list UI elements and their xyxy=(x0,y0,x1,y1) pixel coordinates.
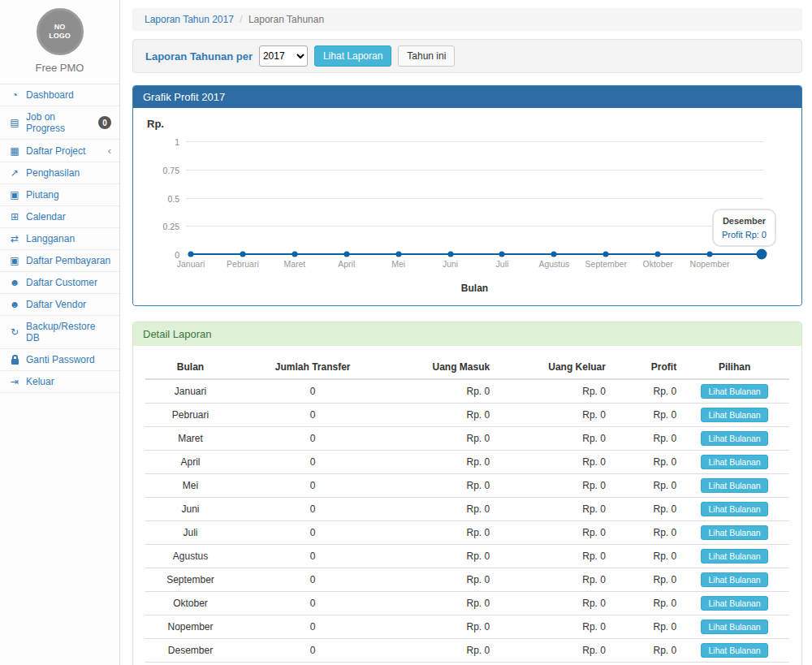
cell-jumlah-transfer: 0 xyxy=(235,639,390,663)
sidebar-item-daftar-customer[interactable]: ☻Daftar Customer xyxy=(0,272,119,294)
chart-y-tick: 0 xyxy=(147,250,179,260)
column-header-uang-keluar: Uang Keluar xyxy=(493,356,609,379)
sidebar-item-label: Backup/Restore DB xyxy=(26,321,111,343)
cell-jumlah-transfer: 0 xyxy=(235,592,390,615)
chart-y-tick: 0.5 xyxy=(147,194,179,204)
users-icon: ☻ xyxy=(8,299,21,310)
year-select[interactable]: 2017 xyxy=(259,45,308,67)
lihat-bulanan-button[interactable]: Lihat Bulanan xyxy=(701,408,767,422)
detail-laporan-body: BulanJumlah TransferUang MasukUang Kelua… xyxy=(133,346,801,665)
chart-x-axis-title: Bulan xyxy=(186,283,763,294)
lihat-bulanan-button[interactable]: Lihat Bulanan xyxy=(701,384,767,399)
logo-text-line2: LOGO xyxy=(49,32,71,41)
cell-uang-masuk: Rp. 0 xyxy=(390,498,493,521)
sidebar-item-keluar[interactable]: ⇥Keluar xyxy=(0,371,119,393)
chart-x-tick: Oktober xyxy=(642,259,672,269)
cell-profit: Rp. 0 xyxy=(609,498,680,521)
money-icon: ▣ xyxy=(8,189,21,201)
data-point-maret[interactable] xyxy=(292,252,297,257)
refresh-icon: ↻ xyxy=(8,326,21,338)
sidebar-item-daftar-project[interactable]: ▦Daftar Project‹ xyxy=(0,140,119,162)
lihat-bulanan-button[interactable]: Lihat Bulanan xyxy=(701,643,767,658)
lihat-bulanan-button[interactable]: Lihat Bulanan xyxy=(701,596,767,611)
tahun-ini-button[interactable]: Tahun ini xyxy=(398,45,455,67)
lihat-bulanan-button[interactable]: Lihat Bulanan xyxy=(701,455,767,469)
cell-uang-masuk: Rp. 0 xyxy=(390,404,493,427)
cell-jumlah-transfer: 0 xyxy=(235,404,390,427)
sidebar-item-label: Dashboard xyxy=(26,89,74,101)
cell-bulan: Juni xyxy=(145,498,235,521)
sidebar: NO LOGO Free PMO ◔Dashboard▤Job on Progr… xyxy=(0,0,120,665)
cell-uang-masuk: Rp. 0 xyxy=(390,427,493,451)
total-value: Rp. 0 xyxy=(609,663,680,665)
lihat-laporan-button[interactable]: Lihat Laporan xyxy=(314,45,391,67)
lihat-bulanan-button[interactable]: Lihat Bulanan xyxy=(701,572,767,587)
cell-pilihan: Lihat Bulanan xyxy=(680,592,789,615)
sidebar-item-dashboard[interactable]: ◔Dashboard xyxy=(0,84,119,106)
cell-profit: Rp. 0 xyxy=(609,474,680,498)
job-count-badge: 0 xyxy=(98,116,111,129)
lihat-bulanan-button[interactable]: Lihat Bulanan xyxy=(701,502,767,516)
lihat-bulanan-button[interactable]: Lihat Bulanan xyxy=(701,478,767,493)
sidebar-item-ganti-password[interactable]: Ganti Password xyxy=(0,349,119,371)
sidebar-item-langganan[interactable]: ⇄Langganan xyxy=(0,228,119,250)
breadcrumb-link[interactable]: Laporan Tahun 2017 xyxy=(145,14,234,25)
cell-bulan: Nopember xyxy=(145,615,235,639)
cell-profit: Rp. 0 xyxy=(609,451,680,474)
cell-uang-keluar: Rp. 0 xyxy=(493,379,609,404)
total-value: Rp. 0 xyxy=(390,663,493,665)
cell-uang-keluar: Rp. 0 xyxy=(493,521,609,545)
cell-uang-keluar: Rp. 0 xyxy=(493,545,609,568)
data-point-juli[interactable] xyxy=(499,252,505,257)
cell-jumlah-transfer: 0 xyxy=(235,451,390,474)
data-point-oktober[interactable] xyxy=(655,252,661,257)
cell-profit: Rp. 0 xyxy=(609,568,680,592)
cell-jumlah-transfer: 0 xyxy=(235,568,390,592)
newspaper-icon: ▤ xyxy=(8,117,21,128)
chart-x-tick: Pebruari xyxy=(227,259,259,269)
sidebar-item-job-on-progress[interactable]: ▤Job on Progress0 xyxy=(0,106,119,140)
chart-x-tick: Maret xyxy=(283,259,305,269)
sidebar-item-penghasilan[interactable]: ↗Penghasilan xyxy=(0,162,119,184)
data-point-juni[interactable] xyxy=(447,252,453,257)
sidebar-item-backup-restore-db[interactable]: ↻Backup/Restore DB xyxy=(0,316,119,349)
cell-uang-masuk: Rp. 0 xyxy=(390,568,493,592)
exchange-icon: ⇄ xyxy=(8,233,21,244)
sidebar-nav: ◔Dashboard▤Job on Progress0▦Daftar Proje… xyxy=(0,84,119,393)
sidebar-item-daftar-pembayaran[interactable]: ▣Daftar Pembayaran xyxy=(0,250,119,272)
column-header-pilihan: Pilihan xyxy=(680,356,789,379)
data-point-mei[interactable] xyxy=(395,252,401,257)
cell-uang-keluar: Rp. 0 xyxy=(493,451,609,474)
data-point-september[interactable] xyxy=(603,252,609,257)
tooltip-value: Profit Rp: 0 xyxy=(722,228,767,242)
chart-y-tick: 0.75 xyxy=(147,166,179,175)
table-row: Nopember0Rp. 0Rp. 0Rp. 0Lihat Bulanan xyxy=(145,615,789,639)
lihat-bulanan-button[interactable]: Lihat Bulanan xyxy=(701,431,767,446)
detail-panel-title: Detail Laporan xyxy=(133,322,801,346)
cell-pilihan: Lihat Bulanan xyxy=(680,615,789,639)
cell-jumlah-transfer: 0 xyxy=(235,474,390,498)
sidebar-item-daftar-vendor[interactable]: ☻Daftar Vendor xyxy=(0,294,119,316)
cell-pilihan: Lihat Bulanan xyxy=(680,474,789,498)
sidebar-item-piutang[interactable]: ▣Piutang xyxy=(0,184,119,206)
chevron-left-icon: ‹ xyxy=(108,145,111,157)
sidebar-item-calendar[interactable]: ⊞Calendar xyxy=(0,206,119,228)
data-point-agustus[interactable] xyxy=(551,252,557,257)
cell-jumlah-transfer: 0 xyxy=(235,615,390,639)
table-row: Mei0Rp. 0Rp. 0Rp. 0Lihat Bulanan xyxy=(145,474,789,498)
data-point-pebruari[interactable] xyxy=(240,252,245,257)
table-row: Oktober0Rp. 0Rp. 0Rp. 0Lihat Bulanan xyxy=(145,592,789,615)
cell-jumlah-transfer: 0 xyxy=(235,521,390,545)
lihat-bulanan-button[interactable]: Lihat Bulanan xyxy=(701,549,767,564)
cell-jumlah-transfer: 0 xyxy=(235,379,390,404)
data-point-april[interactable] xyxy=(343,252,349,257)
cell-uang-keluar: Rp. 0 xyxy=(493,615,609,639)
table-row: Pebruari0Rp. 0Rp. 0Rp. 0Lihat Bulanan xyxy=(145,404,789,427)
data-point-januari[interactable] xyxy=(188,252,194,257)
lihat-bulanan-button[interactable]: Lihat Bulanan xyxy=(701,525,767,540)
data-point-nopember[interactable] xyxy=(707,252,713,257)
lihat-bulanan-button[interactable]: Lihat Bulanan xyxy=(701,620,767,634)
cell-uang-masuk: Rp. 0 xyxy=(390,379,493,404)
total-label: Total xyxy=(145,663,235,665)
no-logo-image: NO LOGO xyxy=(37,8,84,55)
